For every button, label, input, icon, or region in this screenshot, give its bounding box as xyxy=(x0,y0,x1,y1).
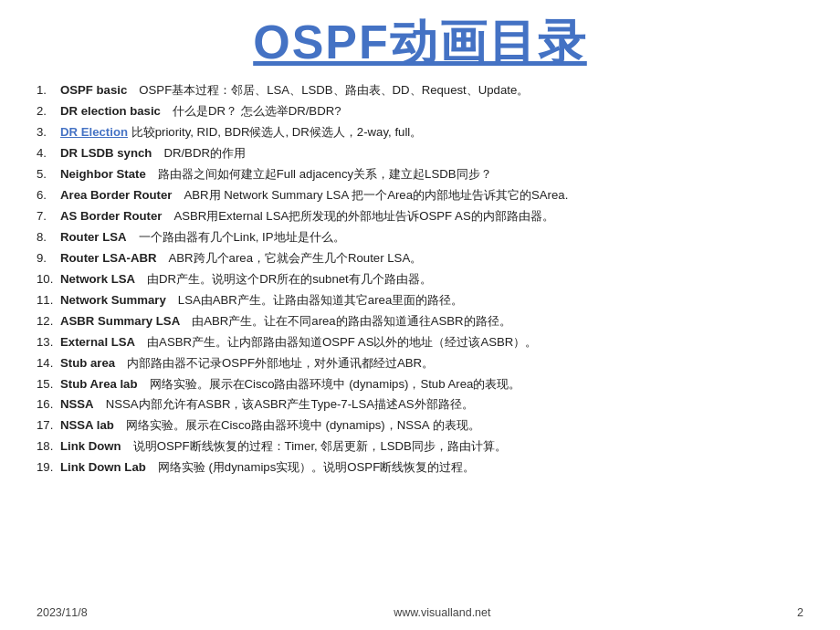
list-item: DR LSDB synch DR/BDR的作用 xyxy=(37,144,803,163)
list-item: DR Election 比较priority, RID, BDR候选人, DR候… xyxy=(37,123,803,142)
item-label: Area Border Router xyxy=(60,188,172,202)
list-item: Network LSA 由DR产生。说明这个DR所在的subnet有几个路由器。 xyxy=(37,270,803,289)
item-label: Network Summary xyxy=(60,293,166,307)
item-label: Link Down xyxy=(60,439,121,453)
list-item: NSSA lab 网络实验。展示在Cisco路由器环境中 (dynamips)，… xyxy=(37,416,803,435)
item-label: Stub Area lab xyxy=(60,377,138,391)
item-label: DR LSDB synch xyxy=(60,146,152,160)
list-item: Link Down 说明OSPF断线恢复的过程：Timer, 邻居更新，LSDB… xyxy=(37,437,803,456)
item-label: NSSA xyxy=(60,397,94,411)
item-text: NSSA lab 网络实验。展示在Cisco路由器环境中 (dynamips)，… xyxy=(60,416,803,435)
item-text: Link Down 说明OSPF断线恢复的过程：Timer, 邻居更新，LSDB… xyxy=(60,437,803,456)
item-text: AS Border Router ASBR用External LSA把所发现的外… xyxy=(60,207,803,226)
list-item: AS Border Router ASBR用External LSA把所发现的外… xyxy=(37,207,803,226)
item-text: OSPF basic OSPF基本过程：邻居、LSA、LSDB、路由表、DD、R… xyxy=(60,81,803,100)
list-item: Network Summary LSA由ABR产生。让路由器知道其它area里面… xyxy=(37,291,803,310)
item-label: NSSA lab xyxy=(60,418,114,432)
list-item: Area Border Router ABR用 Network Summary … xyxy=(37,186,803,205)
item-label: Network LSA xyxy=(60,272,135,286)
item-text: Router LSA 一个路由器有几个Link, IP地址是什么。 xyxy=(60,228,803,247)
item-label: Neighbor State xyxy=(60,167,146,181)
item-text: NSSA NSSA内部允许有ASBR，该ASBR产生Type-7-LSA描述AS… xyxy=(60,395,803,414)
list-item: Stub Area lab 网络实验。展示在Cisco路由器环境中 (dynam… xyxy=(37,375,803,394)
item-text: Stub Area lab 网络实验。展示在Cisco路由器环境中 (dynam… xyxy=(60,375,803,394)
item-text: DR election basic 什么是DR？ 怎么选举DR/BDR? xyxy=(60,102,803,121)
item-text: Stub area 内部路由器不记录OSPF外部地址，对外通讯都经过ABR。 xyxy=(60,354,803,373)
footer-url: www.visualland.net xyxy=(394,606,490,619)
item-label: External LSA xyxy=(60,335,135,349)
item-label: Router LSA xyxy=(60,230,127,244)
item-label[interactable]: DR Election xyxy=(60,125,128,139)
item-label: OSPF basic xyxy=(60,83,127,97)
page: OSPF动画目录 OSPF basic OSPF基本过程：邻居、LSA、LSDB… xyxy=(0,0,840,630)
title-area: OSPF动画目录 xyxy=(37,16,803,68)
list-item: Link Down Lab 网络实验 (用dynamips实现）。说明OSPF断… xyxy=(37,458,803,477)
item-text: DR Election 比较priority, RID, BDR候选人, DR候… xyxy=(60,123,803,142)
item-label: ASBR Summary LSA xyxy=(60,314,180,328)
item-text: Neighbor State 路由器之间如何建立起Full adjacency关… xyxy=(60,165,803,184)
item-text: DR LSDB synch DR/BDR的作用 xyxy=(60,144,803,163)
footer-date: 2023/11/8 xyxy=(37,606,88,619)
list-item: Router LSA-ABR ABR跨几个area，它就会产生几个Router … xyxy=(37,249,803,268)
item-text: Area Border Router ABR用 Network Summary … xyxy=(60,186,803,205)
item-label: Router LSA-ABR xyxy=(60,251,157,265)
item-text: Network LSA 由DR产生。说明这个DR所在的subnet有几个路由器。 xyxy=(60,270,803,289)
list-item: External LSA 由ASBR产生。让内部路由器知道OSPF AS以外的地… xyxy=(37,333,803,352)
footer-page: 2 xyxy=(797,606,803,619)
item-label: Link Down Lab xyxy=(60,460,146,474)
list-item: DR election basic 什么是DR？ 怎么选举DR/BDR? xyxy=(37,102,803,121)
main-title: OSPF动画目录 xyxy=(253,16,587,68)
item-text: Network Summary LSA由ABR产生。让路由器知道其它area里面… xyxy=(60,291,803,310)
list-item: Stub area 内部路由器不记录OSPF外部地址，对外通讯都经过ABR。 xyxy=(37,354,803,373)
item-label: Stub area xyxy=(60,356,115,370)
item-label: AS Border Router xyxy=(60,209,162,223)
footer: 2023/11/8 www.visualland.net 2 xyxy=(37,601,803,621)
list-item: NSSA NSSA内部允许有ASBR，该ASBR产生Type-7-LSA描述AS… xyxy=(37,395,803,414)
content-list: OSPF basic OSPF基本过程：邻居、LSA、LSDB、路由表、DD、R… xyxy=(37,81,803,601)
list-item: Neighbor State 路由器之间如何建立起Full adjacency关… xyxy=(37,165,803,184)
list-item: Router LSA 一个路由器有几个Link, IP地址是什么。 xyxy=(37,228,803,247)
list-item: ASBR Summary LSA 由ABR产生。让在不同area的路由器知道通往… xyxy=(37,312,803,331)
item-text: ASBR Summary LSA 由ABR产生。让在不同area的路由器知道通往… xyxy=(60,312,803,331)
item-text: Router LSA-ABR ABR跨几个area，它就会产生几个Router … xyxy=(60,249,803,268)
list-item: OSPF basic OSPF基本过程：邻居、LSA、LSDB、路由表、DD、R… xyxy=(37,81,803,100)
item-text: Link Down Lab 网络实验 (用dynamips实现）。说明OSPF断… xyxy=(60,458,803,477)
item-label: DR election basic xyxy=(60,104,161,118)
item-text: External LSA 由ASBR产生。让内部路由器知道OSPF AS以外的地… xyxy=(60,333,803,352)
